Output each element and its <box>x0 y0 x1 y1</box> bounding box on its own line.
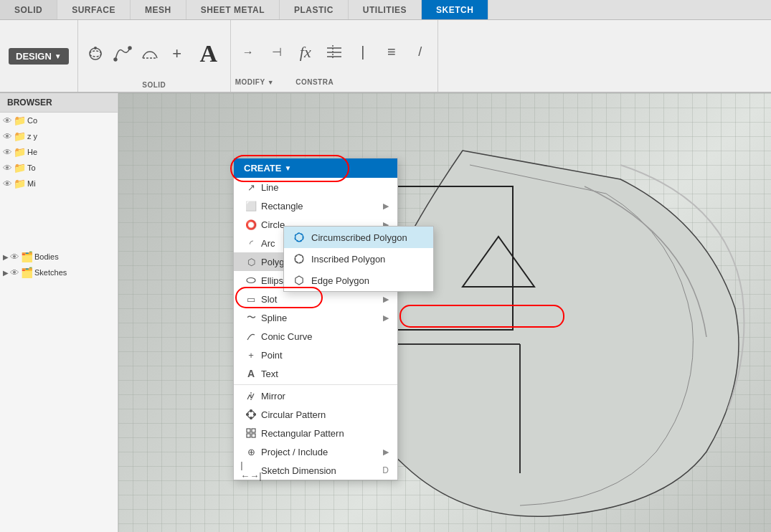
list-item-bodies[interactable]: ▶ 👁 🗂️ Bodies <box>0 249 118 265</box>
create-dropdown-menu: CREATE ▼ ↗ Line ⬜ Rectangle ▶ ⭕ Circle ▶ <box>233 158 398 480</box>
eye-icon: 👁 <box>3 147 12 158</box>
tab-sheetmetal[interactable]: SHEET METAL <box>186 0 280 19</box>
svg-point-0 <box>90 48 101 60</box>
svg-point-19 <box>250 417 252 419</box>
polygon-icon: ⬡ <box>245 256 257 267</box>
list-item[interactable]: 👁 📁 z y <box>0 128 118 144</box>
menu-item-line[interactable]: ↗ Line <box>234 178 397 196</box>
project-icon: ⊕ <box>245 446 257 457</box>
tab-mesh[interactable]: MESH <box>131 0 186 19</box>
tab-utilities[interactable]: UTILITIES <box>349 0 422 19</box>
solid-section-label: SOLID <box>142 81 166 92</box>
top-tabs: SOLID SURFACE MESH SHEET METAL PLASTIC U… <box>0 0 771 20</box>
list-item[interactable]: 👁 📁 To <box>0 160 118 176</box>
folder-icon: 📁 <box>14 115 26 126</box>
toolbar-icon-arrow[interactable]: → <box>235 39 261 65</box>
menu-item-spline[interactable]: 〜 Spline ▶ <box>234 308 397 327</box>
toolbar-icon-plus[interactable]: + <box>164 41 190 67</box>
menu-item-rectangle[interactable]: ⬜ Rectangle ▶ <box>234 196 397 215</box>
mirror-icon <box>245 390 257 402</box>
edge-polygon-icon <box>293 274 306 287</box>
svg-point-2 <box>94 47 97 49</box>
menu-item-mirror[interactable]: Mirror <box>234 386 397 405</box>
expand-icon: ▶ <box>3 253 9 261</box>
conic-curve-icon <box>245 331 257 342</box>
toolbar-icon-text-A[interactable]: A <box>191 37 226 71</box>
dimension-icon: |←→| <box>245 465 257 476</box>
cad-canvas[interactable] <box>118 93 771 532</box>
polygon-submenu: Circumscribed Polygon Inscribed Polygon <box>283 226 434 292</box>
svg-point-14 <box>247 278 255 283</box>
toolbar-icon-diagonal[interactable]: / <box>407 39 433 65</box>
chevron-down-icon: ▼ <box>55 52 62 60</box>
svg-point-1 <box>90 51 101 57</box>
menu-item-text[interactable]: A Text <box>234 364 397 383</box>
submenu-arrow-icon: ▶ <box>383 295 389 304</box>
tab-plastic[interactable]: PLASTIC <box>280 0 349 19</box>
svg-rect-21 <box>247 429 250 432</box>
eye-icon: 👁 <box>3 179 12 189</box>
slot-icon: ▭ <box>245 293 257 305</box>
toolbar-icon-hline[interactable]: ⊣ <box>264 39 290 65</box>
canvas-area: CREATE ▼ ↗ Line ⬜ Rectangle ▶ ⭕ Circle ▶ <box>118 93 771 532</box>
ellipse-icon <box>245 275 257 286</box>
submenu-item-circumscribed[interactable]: Circumscribed Polygon <box>284 227 433 248</box>
menu-item-point[interactable]: + Point <box>234 346 397 364</box>
menu-item-conic-curve[interactable]: Conic Curve <box>234 327 397 346</box>
line-icon: ↗ <box>245 181 257 193</box>
menu-item-project-include[interactable]: ⊕ Project / Include ▶ <box>234 442 397 461</box>
modify-section-label: MODIFY ▼ <box>235 78 274 89</box>
menu-item-sketch-dimension[interactable]: |←→| Sketch Dimension D <box>234 461 397 480</box>
folder-icon: 📁 <box>14 130 26 142</box>
list-item[interactable]: 👁 📁 He <box>0 144 118 160</box>
expand-icon: ▶ <box>3 269 9 277</box>
toolbar-icon-sketch2[interactable] <box>137 41 163 67</box>
toolbar-icon-equals[interactable]: ≡ <box>379 39 405 65</box>
tab-sketch[interactable]: SKETCH <box>422 0 488 19</box>
toolbar-icon-vline[interactable]: | <box>350 39 376 65</box>
browser-panel: BROWSER 👁 📁 Co 👁 📁 z y 👁 📁 He 👁 📁 To 👁 📁… <box>0 93 118 532</box>
svg-point-18 <box>254 414 256 416</box>
toolbar-icon-fx[interactable]: fx <box>293 39 318 65</box>
menu-divider <box>234 384 397 385</box>
submenu-item-inscribed[interactable]: Inscribed Polygon <box>284 248 433 270</box>
list-item-sketches[interactable]: ▶ 👁 🗂️ Sketches <box>0 265 118 280</box>
point-icon: + <box>245 349 257 361</box>
menu-item-circular-pattern[interactable]: Circular Pattern <box>234 405 397 424</box>
submenu-item-edge-polygon[interactable]: Edge Polygon <box>284 270 433 291</box>
spline-icon: 〜 <box>245 312 257 323</box>
svg-point-17 <box>250 410 252 412</box>
inscribed-polygon-icon <box>293 252 306 265</box>
circular-pattern-icon <box>245 409 257 420</box>
menu-item-rectangular-pattern[interactable]: Rectangular Pattern <box>234 424 397 442</box>
eye-icon: 👁 <box>3 163 12 174</box>
svg-point-3 <box>114 58 117 61</box>
toolbar-icon-sketch-path[interactable] <box>110 41 136 67</box>
svg-rect-22 <box>252 429 255 432</box>
list-item[interactable]: 👁 📁 Co <box>0 113 118 128</box>
menu-item-slot[interactable]: ▭ Slot ▶ <box>234 290 397 308</box>
svg-marker-26 <box>295 233 303 242</box>
eye-icon: 👁 <box>3 131 12 142</box>
list-item[interactable]: 👁 📁 Mi <box>0 176 118 191</box>
svg-rect-24 <box>252 434 255 437</box>
folder-icon: 📁 <box>14 162 26 174</box>
folder-icon: 🗂️ <box>21 251 33 262</box>
submenu-arrow-icon: ▶ <box>383 201 389 211</box>
toolbar-icon-hatch[interactable] <box>321 39 347 65</box>
design-dropdown[interactable]: DESIGN ▼ <box>9 48 69 65</box>
dropdown-arrow-icon: ▼ <box>284 164 291 172</box>
create-button[interactable]: CREATE ▼ <box>234 158 397 178</box>
constrain-section-label: CONSTRA <box>295 78 334 89</box>
circumscribed-polygon-icon <box>293 231 306 244</box>
solid-section: + A SOLID <box>78 20 231 92</box>
rectangular-pattern-icon <box>245 427 257 439</box>
circle-icon: ⭕ <box>245 219 257 230</box>
eye-icon: 👁 <box>10 252 19 262</box>
toolbar-icon-orbit[interactable] <box>82 41 108 67</box>
svg-marker-29 <box>295 276 303 285</box>
tab-solid[interactable]: SOLID <box>0 0 57 19</box>
tab-surface[interactable]: SURFACE <box>57 0 131 19</box>
svg-point-4 <box>128 47 131 49</box>
shortcut-D: D <box>382 465 389 475</box>
